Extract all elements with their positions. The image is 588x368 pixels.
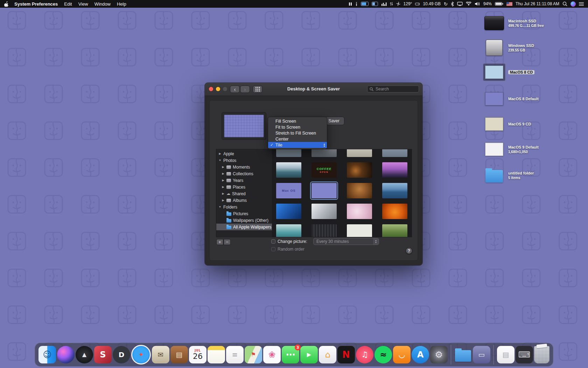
- dock-contacts-icon[interactable]: ▤: [170, 346, 188, 363]
- sidebar-item-pictures[interactable]: Pictures: [216, 210, 272, 217]
- disclosure-triangle-icon[interactable]: ▶: [222, 192, 225, 195]
- sidebar-item-shared[interactable]: ▶☁Shared: [216, 190, 272, 197]
- dock-messages-icon[interactable]: ⋯3: [282, 346, 299, 363]
- titlebar[interactable]: ‹ › Desktop & Screen Saver: [205, 83, 422, 96]
- bluetooth-icon[interactable]: [451, 2, 454, 6]
- dock-rocket-launcher-icon[interactable]: ▲: [76, 346, 93, 363]
- dock-calendar-icon[interactable]: JUL26: [189, 346, 206, 363]
- time-machine-icon[interactable]: ↻: [444, 2, 448, 6]
- dock-window-preview-icon[interactable]: ▭: [473, 346, 490, 363]
- battery-percent[interactable]: 94%: [483, 1, 492, 6]
- interval-select[interactable]: Every 30 minutes ▲▼: [313, 238, 379, 245]
- wifi-icon[interactable]: [466, 2, 471, 6]
- disclosure-triangle-icon[interactable]: ▶: [222, 172, 225, 175]
- wallpaper-thumb-night-interior[interactable]: [347, 162, 372, 178]
- input-source-flag-icon[interactable]: [506, 2, 512, 6]
- wallpaper-thumb-partial-mist[interactable]: [382, 149, 407, 157]
- dock-books-icon[interactable]: ◡: [393, 346, 411, 363]
- wallpaper-thumb-copper-kitchen[interactable]: [347, 183, 372, 198]
- dock-discord-icon[interactable]: D: [113, 346, 130, 363]
- desktop-icon-windows-ssd[interactable]: Windows SSD239.55 GB: [483, 35, 588, 60]
- dock-netflix-icon[interactable]: N: [337, 346, 355, 363]
- wallpaper-thumb-blue-abstract[interactable]: [276, 204, 301, 219]
- menu-item-fill-screen[interactable]: Fill Screen: [268, 118, 327, 124]
- dock-safari-icon[interactable]: ✦: [131, 345, 151, 364]
- dock-system-preferences-icon[interactable]: ⚙: [430, 346, 448, 363]
- menu-item-stretch-to-fill-screen[interactable]: Stretch to Fill Screen: [268, 130, 327, 136]
- dock-music-icon[interactable]: ♫: [356, 346, 373, 363]
- istat-pause-icon[interactable]: [349, 2, 352, 6]
- sidebar-item-years[interactable]: ▶Years: [216, 177, 272, 184]
- istat-network-icon[interactable]: [390, 2, 393, 6]
- siri-icon[interactable]: [570, 1, 576, 7]
- wallpaper-thumb-ocean-wave[interactable]: [276, 224, 301, 237]
- dock-keyboard-viewer-icon[interactable]: ⌨: [516, 346, 533, 363]
- dock-siri-icon[interactable]: [57, 346, 75, 363]
- memory-readout[interactable]: 10.49 GB: [423, 1, 441, 6]
- dock-home-icon[interactable]: ⌂: [319, 346, 336, 363]
- search-input[interactable]: [375, 86, 416, 92]
- istat-memory-gauge-icon[interactable]: [361, 2, 369, 6]
- disclosure-triangle-icon[interactable]: ▶: [222, 165, 225, 169]
- sidebar-item-folders[interactable]: ▼Folders: [216, 204, 272, 210]
- wallpaper-thumb-mountain-lake[interactable]: [276, 162, 301, 178]
- disclosure-triangle-icon[interactable]: ▼: [218, 205, 222, 209]
- active-app-name[interactable]: System Preferences: [14, 1, 58, 7]
- show-all-button[interactable]: [253, 86, 262, 93]
- dock-notes-icon[interactable]: [208, 346, 225, 363]
- dock-downloads-folder-icon[interactable]: [454, 346, 472, 363]
- dock-facetime-icon[interactable]: ▶: [300, 346, 318, 363]
- dock-documents-stack-icon[interactable]: ▤: [497, 346, 514, 363]
- wallpaper-thumb-partial-sand[interactable]: [347, 149, 372, 157]
- battery-icon[interactable]: [495, 2, 503, 6]
- dock-photos-icon[interactable]: ❀: [263, 346, 281, 363]
- wallpaper-thumb-dark-stripes[interactable]: [312, 224, 337, 237]
- sidebar-item-places[interactable]: ▶Places: [216, 184, 272, 190]
- dock-s-app-icon[interactable]: S: [94, 346, 112, 363]
- wallpaper-thumb-silver-abstract[interactable]: [312, 204, 337, 219]
- dock-spotify-icon[interactable]: ≈: [374, 346, 392, 363]
- dock-mail-icon[interactable]: ✉: [152, 346, 169, 363]
- wallpaper-thumb-partial-ridge[interactable]: [276, 149, 301, 157]
- sidebar-item-albums[interactable]: ▶Albums: [216, 197, 272, 204]
- add-folder-button[interactable]: +: [216, 239, 223, 245]
- dock-trash-icon[interactable]: [534, 346, 550, 363]
- istat-disk-gauge-icon[interactable]: [372, 2, 378, 6]
- sidebar-item-wallpapers-other[interactable]: Wallpapers (Other): [216, 217, 272, 224]
- menu-view[interactable]: View: [78, 1, 88, 7]
- spotlight-icon[interactable]: [562, 1, 567, 6]
- disclosure-triangle-icon[interactable]: ▼: [218, 159, 222, 162]
- desktop-icon-macos-8-cd[interactable]: MacOS 8 CD: [483, 60, 588, 85]
- help-button[interactable]: ?: [406, 247, 412, 254]
- window-search[interactable]: [367, 86, 419, 93]
- disclosure-triangle-icon[interactable]: ▶: [222, 199, 225, 202]
- desktop-icon-untitled-folder[interactable]: untitled folder5 items: [483, 163, 588, 188]
- desktop-icon-macos-9-default[interactable]: MacOS 9 Default1,680×1,050: [483, 137, 588, 162]
- wallpaper-thumb-poppy-field[interactable]: [382, 224, 407, 237]
- wallpaper-thumb-speckled-white[interactable]: [347, 224, 372, 237]
- sidebar-item-apple[interactable]: ▶Apple: [216, 150, 272, 157]
- sidebar-item-photos[interactable]: ▼Photos: [216, 157, 272, 164]
- notification-center-icon[interactable]: [579, 2, 584, 6]
- disclosure-triangle-icon[interactable]: ▶: [218, 152, 222, 155]
- disclosure-triangle-icon[interactable]: ▶: [222, 185, 225, 189]
- menu-help[interactable]: Help: [117, 1, 126, 7]
- desktop-icon-macos-9-cd[interactable]: MacOS 9 CD: [483, 111, 588, 137]
- sidebar-item-all-apple-wallpapers[interactable]: All Apple Wallpapers: [216, 224, 272, 230]
- sidebar-item-moments[interactable]: ▶Moments: [216, 164, 272, 170]
- desktop-icon-macintosh-ssd[interactable]: Macintosh SSD499.76 G....11 GB free: [483, 11, 588, 36]
- temperature-readout[interactable]: 129°: [404, 1, 412, 6]
- dock-textedit-icon[interactable]: ≡: [226, 346, 244, 363]
- display-icon[interactable]: [457, 2, 463, 6]
- wallpaper-thumb-lakeside-building[interactable]: [382, 183, 407, 198]
- forward-button[interactable]: ›: [240, 86, 250, 93]
- menu-item-fit-to-screen[interactable]: Fit to Screen: [268, 124, 327, 130]
- wallpaper-thumb-coffee-sign[interactable]: COFFEEOPEN: [312, 162, 337, 178]
- dock-app-store-icon[interactable]: A: [412, 346, 429, 363]
- wallpaper-thumb-macos-logo-tile[interactable]: Mac OS: [276, 183, 301, 198]
- menu-window[interactable]: Window: [94, 1, 111, 7]
- wallpaper-thumb-macos-tile-current[interactable]: [312, 183, 337, 198]
- istat-cpu-bars-icon[interactable]: [381, 2, 387, 6]
- menubar-clock[interactable]: Thu Jul 26 11:11:08 AM: [516, 1, 559, 6]
- close-button[interactable]: [209, 87, 213, 91]
